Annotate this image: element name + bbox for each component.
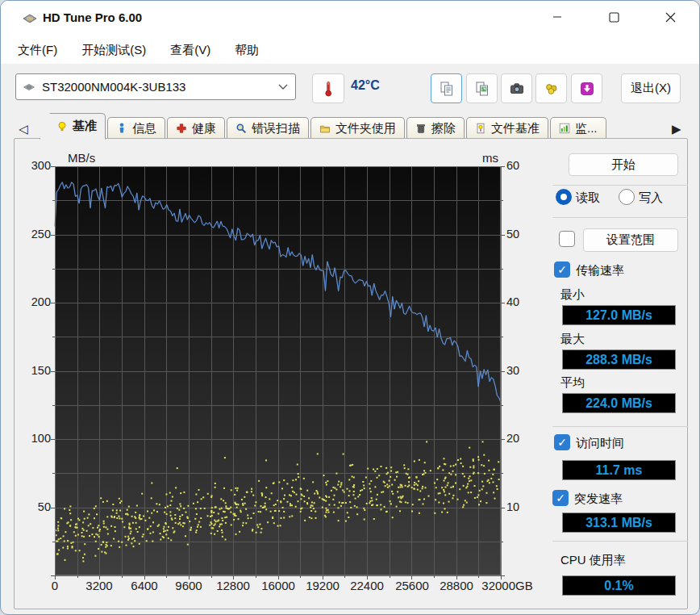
read-label[interactable]: 读取	[576, 190, 600, 206]
x-tick: 6400	[131, 579, 157, 592]
temperature-value: 42°C	[351, 78, 380, 93]
tab-folder-usage[interactable]: 文件夹使用	[310, 117, 405, 139]
tab-label: 擦除	[431, 121, 456, 136]
transfer-rate-checkbox[interactable]: ✓	[554, 261, 570, 278]
copy-text-button[interactable]	[431, 73, 462, 103]
access-time-display: 11.7 ms	[562, 460, 676, 480]
access-time-checkbox[interactable]: ✓	[554, 434, 570, 450]
write-label[interactable]: 写入	[639, 190, 663, 206]
tab-label: 错误扫描	[252, 121, 300, 136]
x-tick: 25600	[395, 579, 429, 592]
y-right-tick: 60	[506, 159, 534, 172]
x-tick: 9600	[175, 579, 202, 592]
x-tick: 32000GB	[481, 579, 532, 592]
tab-monitor[interactable]: 监...	[550, 117, 606, 139]
set-range-label: 设置范围	[606, 232, 655, 248]
access-time-label[interactable]: 访问时间	[576, 436, 624, 451]
minimize-icon	[552, 12, 562, 22]
tab-file-benchmark[interactable]: 文件基准	[466, 117, 548, 139]
x-tick: 28800	[440, 579, 473, 592]
set-range-checkbox[interactable]	[559, 231, 575, 247]
download-button[interactable]	[571, 73, 602, 103]
x-tick: 16000	[261, 579, 295, 592]
start-label: 开始	[611, 157, 635, 173]
maximize-button[interactable]	[595, 1, 632, 33]
separator	[552, 185, 688, 186]
exit-button[interactable]: 退出(X)	[621, 73, 681, 103]
maximize-icon	[609, 12, 619, 23]
max-label: 最大	[560, 332, 585, 347]
hd-tune-window: HD Tune Pro 6.00 文件(F) 开始测试(S) 查看(V) 帮助 …	[0, 0, 700, 615]
right-axis-unit: ms	[482, 151, 498, 165]
tab-scroll-right-button[interactable]: ▶	[672, 122, 681, 136]
exit-label: 退出(X)	[631, 81, 671, 96]
tab-label: 基准	[73, 119, 97, 134]
y-left-tick: 100	[17, 432, 51, 445]
copy-image-button[interactable]	[466, 73, 498, 103]
y-left-tick: 200	[17, 295, 51, 308]
y-left-tick: 150	[17, 364, 51, 377]
max-value-display: 288.3 MB/s	[562, 349, 676, 370]
tab-erase[interactable]: 擦除	[406, 117, 465, 139]
tab-strip: ◁ 基准 信息 健康	[1, 111, 699, 139]
bulb-icon	[56, 121, 68, 132]
copy-image-icon	[474, 81, 490, 97]
y-right-tick: 10	[506, 500, 534, 513]
burst-rate-checkbox[interactable]: ✓	[552, 490, 569, 506]
tab-label: 文件基准	[491, 121, 540, 136]
tab-error-scan[interactable]: 错误扫描	[227, 117, 309, 139]
camera-icon	[509, 81, 525, 97]
tab-benchmark[interactable]: 基准	[40, 113, 106, 140]
x-tick: 0	[52, 579, 58, 592]
health-cross-icon	[176, 123, 187, 134]
set-range-button[interactable]: 设置范围	[583, 228, 678, 252]
read-radio[interactable]	[556, 189, 572, 205]
trash-icon	[415, 123, 427, 134]
menu-view[interactable]: 查看(V)	[158, 36, 223, 64]
x-tick: 22400	[350, 579, 384, 592]
folder-icon	[319, 123, 331, 134]
magnifier-icon	[235, 123, 247, 134]
menu-file[interactable]: 文件(F)	[6, 36, 69, 64]
temperature-button[interactable]	[312, 73, 344, 103]
menu-start-test[interactable]: 开始测试(S)	[69, 36, 158, 64]
burst-rate-label[interactable]: 突发速率	[574, 492, 623, 507]
drive-select[interactable]: ST32000NM004K-3UB133	[15, 73, 296, 100]
file-benchmark-icon	[475, 123, 486, 134]
y-left-tick: 300	[17, 159, 51, 172]
title-bar: HD Tune Pro 6.00	[1, 1, 699, 36]
tab-label: 文件夹使用	[335, 121, 396, 136]
write-radio[interactable]	[619, 189, 635, 205]
monitor-chart-icon	[559, 123, 570, 134]
info-icon	[116, 123, 127, 134]
tab-info[interactable]: 信息	[107, 117, 165, 139]
avg-value-display: 224.0 MB/s	[562, 393, 676, 413]
app-disk-icon	[22, 10, 38, 27]
save-results-button[interactable]	[535, 73, 567, 103]
x-tick: 3200	[85, 579, 112, 592]
screenshot-button[interactable]	[501, 73, 532, 103]
avg-label: 平均	[560, 375, 585, 391]
y-right-tick: 20	[506, 432, 534, 445]
menu-help[interactable]: 帮助	[223, 36, 271, 64]
tab-label: 监...	[575, 121, 598, 136]
cpu-usage-display: 0.1%	[562, 575, 676, 596]
thermometer-icon	[320, 80, 336, 98]
cpu-usage-label: CPU 使用率	[560, 553, 626, 568]
y-left-tick: 50	[17, 500, 51, 513]
min-value-display: 127.0 MB/s	[562, 305, 676, 325]
tab-scroll-left-button[interactable]: ◁	[19, 122, 28, 136]
window-title: HD Tune Pro 6.00	[43, 10, 142, 24]
y-right-tick: 40	[506, 295, 534, 308]
tab-health[interactable]: 健康	[167, 117, 225, 139]
y-left-tick: 250	[17, 228, 51, 241]
transfer-rate-label[interactable]: 传输速率	[576, 263, 624, 278]
tab-label: 信息	[132, 121, 156, 136]
separator	[552, 426, 688, 427]
close-button[interactable]	[652, 1, 689, 33]
burst-rate-display: 313.1 MB/s	[562, 512, 676, 533]
left-axis-unit: MB/s	[68, 151, 95, 165]
minimize-button[interactable]	[539, 1, 576, 33]
combo-chevron-icon	[277, 83, 289, 90]
start-button[interactable]: 开始	[569, 153, 678, 176]
